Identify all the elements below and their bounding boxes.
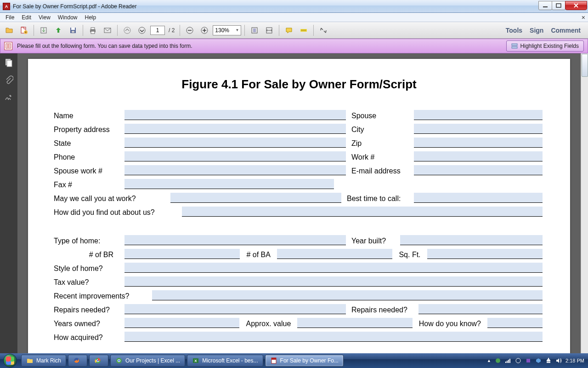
- taskbar-item-chrome[interactable]: [89, 355, 108, 367]
- tray-icon[interactable]: [525, 357, 531, 364]
- input-best-time[interactable]: [414, 193, 543, 203]
- input-work-no[interactable]: [414, 151, 543, 161]
- input-state[interactable]: [124, 138, 346, 148]
- page-number-input[interactable]: [150, 26, 165, 35]
- svg-rect-10: [91, 31, 95, 34]
- tray-clock[interactable]: 2:18 PM: [565, 358, 584, 363]
- input-property-address[interactable]: [124, 124, 346, 134]
- menu-view[interactable]: View: [35, 13, 54, 22]
- start-button[interactable]: [0, 353, 20, 368]
- tools-panel-button[interactable]: Tools: [506, 27, 522, 34]
- comment-bubble-icon[interactable]: [283, 24, 295, 37]
- page-total: / 2: [169, 27, 175, 34]
- input-style[interactable]: [124, 263, 543, 273]
- form-info-icon: [4, 42, 12, 50]
- input-num-ba[interactable]: [277, 249, 392, 259]
- label-name: Name: [54, 112, 123, 120]
- tray-icon[interactable]: [535, 357, 542, 364]
- svg-rect-7: [72, 31, 74, 33]
- input-year-built[interactable]: [400, 235, 543, 245]
- export-icon[interactable]: [37, 24, 50, 37]
- zoom-in-icon[interactable]: [198, 24, 211, 37]
- label-spouse-work: Spouse work #: [54, 167, 123, 175]
- input-how-know[interactable]: [487, 318, 543, 328]
- print-icon[interactable]: [86, 24, 99, 37]
- page-up-icon[interactable]: [121, 24, 134, 37]
- taskbar-item[interactable]: Mark Rich: [21, 355, 66, 367]
- tray-icon[interactable]: [515, 357, 521, 364]
- comment-panel-button[interactable]: Comment: [551, 27, 581, 34]
- taskbar-item-firefox[interactable]: [68, 355, 87, 367]
- label-city: City: [348, 126, 412, 134]
- label-how-acquired: How acquired?: [54, 334, 123, 342]
- input-approx-value[interactable]: [297, 318, 412, 328]
- highlight-fields-button[interactable]: Highlight Existing Fields: [506, 40, 584, 52]
- attachments-icon[interactable]: [4, 75, 13, 85]
- svg-rect-20: [6, 44, 11, 48]
- open-icon[interactable]: [3, 24, 16, 37]
- input-type-home[interactable]: [124, 235, 346, 245]
- input-phone[interactable]: [124, 151, 346, 161]
- input-spouse-work[interactable]: [124, 165, 346, 175]
- read-mode-icon[interactable]: [317, 24, 330, 37]
- input-find-out[interactable]: [182, 207, 543, 217]
- chrome-icon: [94, 357, 102, 364]
- input-name[interactable]: [124, 110, 346, 120]
- input-city[interactable]: [414, 124, 543, 134]
- input-how-acquired[interactable]: [124, 332, 543, 342]
- svg-rect-0: [543, 6, 548, 7]
- zoom-level-select[interactable]: 130%▼: [213, 25, 241, 35]
- close-button[interactable]: [565, 1, 587, 10]
- vertical-scrollbar[interactable]: [581, 53, 588, 356]
- menu-edit[interactable]: Edit: [18, 13, 35, 22]
- input-tax-value[interactable]: [124, 276, 543, 287]
- svg-rect-24: [512, 46, 517, 48]
- menu-help[interactable]: Help: [81, 13, 100, 22]
- menu-file[interactable]: File: [2, 13, 18, 22]
- page-down-icon[interactable]: [136, 24, 148, 37]
- maximize-button[interactable]: [552, 1, 565, 10]
- input-zip[interactable]: [414, 138, 543, 148]
- input-email[interactable]: [414, 165, 543, 175]
- input-num-br[interactable]: [124, 249, 240, 259]
- tray-show-hidden-icon[interactable]: ▲: [487, 358, 491, 363]
- tray-network-icon[interactable]: [505, 357, 511, 364]
- zoom-out-icon[interactable]: [183, 24, 196, 37]
- share-icon[interactable]: [52, 24, 65, 37]
- highlight-tool-icon[interactable]: [297, 24, 310, 37]
- input-years-owned[interactable]: [124, 318, 239, 328]
- create-pdf-icon[interactable]: [17, 24, 30, 37]
- email-icon[interactable]: [101, 24, 114, 37]
- highlight-fields-label: Highlight Existing Fields: [520, 43, 579, 49]
- thumbnails-icon[interactable]: [4, 58, 13, 67]
- signatures-icon[interactable]: [4, 93, 13, 102]
- svg-rect-42: [509, 359, 510, 363]
- fit-page-icon[interactable]: [248, 24, 261, 37]
- fit-width-icon[interactable]: [263, 24, 276, 37]
- tray-action-center-icon[interactable]: [545, 357, 552, 364]
- input-spouse[interactable]: [414, 110, 543, 120]
- pdf-page: Figure 4.1 For Sale by Owner Form/Script…: [28, 59, 570, 356]
- input-sqft[interactable]: [427, 249, 543, 259]
- taskbar-item-active[interactable]: For Sale by Owner Fo...: [265, 355, 344, 367]
- window-title: For Sale by Owner FormScript.pdf - Adobe…: [13, 3, 136, 10]
- close-document-icon[interactable]: ×: [582, 14, 585, 21]
- tray-icon[interactable]: [495, 357, 501, 364]
- document-area[interactable]: Figure 4.1 For Sale by Owner Form/Script…: [17, 53, 581, 356]
- scrollbar-thumb[interactable]: [582, 54, 588, 77]
- tray-volume-icon[interactable]: [555, 357, 562, 364]
- folder-icon: [26, 357, 34, 364]
- label-find-out: How did you find out about us?: [54, 208, 180, 217]
- input-recent-improve[interactable]: [152, 290, 543, 300]
- save-icon[interactable]: [67, 24, 79, 37]
- input-repairs2[interactable]: [418, 304, 543, 314]
- input-fax[interactable]: [124, 179, 334, 189]
- input-repairs1[interactable]: [124, 304, 346, 314]
- minimize-button[interactable]: [538, 1, 552, 10]
- sign-panel-button[interactable]: Sign: [530, 27, 543, 34]
- taskbar-item[interactable]: Our Projects | Excel ...: [110, 355, 185, 367]
- taskbar-item[interactable]: XMicrosoft Excel - bes...: [187, 355, 263, 367]
- menu-window[interactable]: Window: [54, 13, 81, 22]
- input-call-work[interactable]: [170, 193, 341, 203]
- form-info-message: Please fill out the following form. You …: [17, 43, 192, 49]
